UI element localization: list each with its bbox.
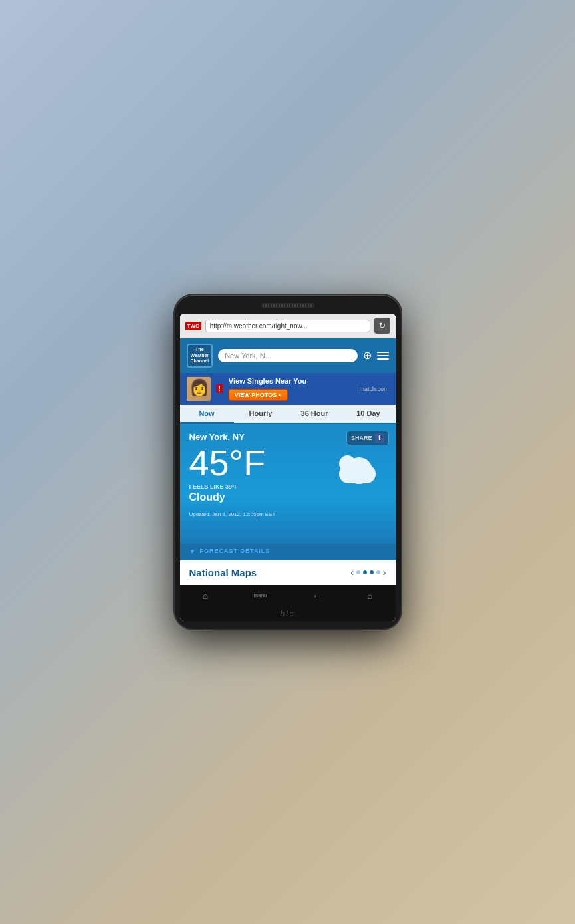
- updated-timestamp: Updated: Jan 8, 2012, 12:05pm EST: [189, 511, 386, 517]
- weather-main: SHARE f New York, NY 45°F FEELS LIKE 39°…: [180, 424, 396, 544]
- home-icon: ⌂: [203, 590, 208, 601]
- location-icon[interactable]: ⊕: [363, 349, 372, 362]
- ad-alert-icon: !: [216, 384, 223, 393]
- twc-badge: TWC: [185, 322, 201, 330]
- nav-tabs: Now Hourly 36 Hour 10 Day: [180, 405, 396, 424]
- ad-content: View Singles Near You VIEW PHOTOS »: [229, 377, 354, 401]
- browser-bar: TWC http://m.weather.com/right_now... ↻: [180, 314, 396, 338]
- app-header: The Weather Channel New York, N... ⊕: [180, 338, 396, 372]
- share-label: SHARE: [351, 435, 372, 441]
- facebook-icon: f: [375, 433, 384, 443]
- tab-10day[interactable]: 10 Day: [342, 405, 396, 423]
- home-button[interactable]: ⌂: [203, 590, 208, 601]
- forecast-details-toggle[interactable]: ▼ FORECAST DETAILS: [180, 544, 396, 559]
- url-bar[interactable]: http://m.weather.com/right_now...: [205, 320, 370, 332]
- tab-36hour[interactable]: 36 Hour: [288, 405, 342, 423]
- ad-logo: match.com: [359, 386, 388, 392]
- hamburger-menu-icon[interactable]: [377, 352, 389, 360]
- tab-now[interactable]: Now: [180, 405, 234, 424]
- forecast-arrow-icon: ▼: [189, 548, 196, 555]
- ad-photo: [187, 377, 211, 401]
- phone-screen: TWC http://m.weather.com/right_now... ↻ …: [180, 314, 396, 620]
- maps-prev-button[interactable]: ‹: [350, 567, 354, 578]
- back-icon: ←: [312, 590, 322, 601]
- tab-hourly[interactable]: Hourly: [234, 405, 288, 423]
- maps-dots-indicator: [356, 570, 380, 574]
- dot-4: [376, 570, 380, 574]
- ad-banner[interactable]: ! View Singles Near You VIEW PHOTOS » ma…: [180, 373, 396, 405]
- refresh-button[interactable]: ↻: [374, 318, 390, 334]
- national-maps-title: National Maps: [189, 567, 257, 578]
- htc-branding: htc: [180, 605, 396, 621]
- twc-logo: The Weather Channel: [187, 344, 213, 367]
- bottom-navigation: ⌂ menu ← ⌕: [180, 585, 396, 605]
- cloud-weather-icon: [336, 454, 382, 487]
- search-button[interactable]: ⌕: [367, 590, 372, 601]
- national-maps-section: National Maps ‹ ›: [180, 559, 396, 585]
- share-button[interactable]: SHARE f: [346, 431, 389, 445]
- phone-device: TWC http://m.weather.com/right_now... ↻ …: [175, 295, 401, 628]
- maps-navigation: ‹ ›: [350, 567, 386, 578]
- location-search[interactable]: New York, N...: [218, 349, 357, 362]
- speaker-grill: [261, 303, 314, 308]
- maps-next-button[interactable]: ›: [383, 567, 386, 578]
- search-icon: ⌕: [367, 590, 372, 601]
- ad-title: View Singles Near You: [229, 377, 354, 385]
- menu-button[interactable]: menu: [254, 592, 267, 598]
- ad-cta-button[interactable]: VIEW PHOTOS »: [229, 389, 288, 401]
- back-button[interactable]: ←: [312, 590, 322, 601]
- forecast-label: FORECAST DETAILS: [199, 548, 270, 554]
- dot-3: [370, 570, 374, 574]
- dot-1: [356, 570, 360, 574]
- dot-2: [363, 570, 367, 574]
- phone-wrapper: TWC http://m.weather.com/right_now... ↻ …: [175, 295, 401, 628]
- weather-condition: Cloudy: [189, 491, 386, 503]
- menu-label: menu: [254, 592, 267, 598]
